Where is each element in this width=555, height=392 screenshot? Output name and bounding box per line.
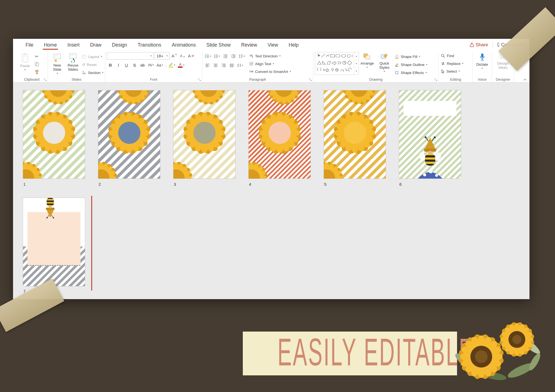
align-center-button[interactable] <box>212 62 219 69</box>
font-color-button[interactable]: A ▾ <box>177 62 185 68</box>
clear-formatting-button[interactable]: A <box>187 52 195 59</box>
justify-button[interactable] <box>228 62 235 69</box>
sunflower-icon <box>33 111 75 154</box>
replace-button[interactable]: Replace▾ <box>440 60 464 67</box>
reuse-slides-button[interactable]: Reuse Slides <box>65 52 80 72</box>
font-dialog-launcher[interactable] <box>198 78 201 81</box>
hanging-bee-gnome-graphic <box>39 198 61 218</box>
slide-thumbnail-3[interactable] <box>173 90 236 179</box>
paste-button[interactable]: Paste ▾ <box>17 52 32 71</box>
decrease-font-size-button[interactable]: A▼ <box>179 52 186 59</box>
character-spacing-button[interactable]: AV▾ <box>147 62 155 68</box>
gallery-scroll[interactable]: ▴ ▾ ▾ <box>354 52 359 75</box>
font-size-select[interactable]: 18+ ▾ <box>155 52 170 60</box>
outdent-icon <box>223 54 228 58</box>
cut-button[interactable]: ✂ <box>33 53 40 60</box>
menu-tab-file[interactable]: File <box>20 39 39 51</box>
search-icon <box>441 54 445 58</box>
change-case-button[interactable]: Aa▾ <box>156 62 164 68</box>
numbered-list-icon <box>214 54 218 58</box>
reset-icon: ↺ <box>82 62 85 67</box>
dropdown-icon: ▾ <box>419 55 420 58</box>
align-text-icon <box>249 62 253 66</box>
line-spacing-button[interactable]: ▾ <box>238 53 246 60</box>
underline-button[interactable]: U <box>123 62 130 68</box>
align-left-button[interactable] <box>204 62 211 69</box>
increase-font-size-button[interactable]: A▲ <box>171 52 178 59</box>
menu-tab-animations[interactable]: Animations <box>167 39 201 51</box>
slide-thumbnail-1[interactable] <box>23 90 85 179</box>
text-direction-button[interactable]: Text Direction▾ <box>249 52 291 60</box>
slide-thumbnail-7[interactable] <box>23 198 85 286</box>
menu-tab-transitions[interactable]: Transitions <box>132 39 167 51</box>
shapes-gallery[interactable]: ▴ ▾ ▾ <box>315 52 359 75</box>
align-left-icon <box>205 63 210 67</box>
strikethrough-button[interactable]: ab <box>139 62 146 68</box>
slide-thumbnail-2[interactable] <box>98 90 160 179</box>
gallery-down-icon[interactable]: ▾ <box>354 60 359 67</box>
shape-effects-button[interactable]: Shape Effects▾ <box>394 69 428 76</box>
increase-indent-button[interactable] <box>230 53 237 60</box>
copy-icon <box>35 62 39 67</box>
menu-tab-home[interactable]: Home <box>39 39 62 51</box>
banner-text: EASILY EDITABLE! <box>278 333 433 371</box>
section-button[interactable]: Section▾ <box>81 69 104 76</box>
highlight-color-button[interactable]: ▾ <box>168 62 176 68</box>
select-button[interactable]: Select▾ <box>440 68 460 75</box>
clipboard-dialog-launcher[interactable] <box>44 78 47 81</box>
bullets-button[interactable]: ▾ <box>204 53 212 60</box>
dictate-button[interactable]: Dictate ▾ <box>475 52 490 70</box>
quick-styles-button[interactable]: Quick Styles ▾ <box>375 52 393 73</box>
text-shadow-button[interactable]: S <box>131 62 138 68</box>
highlight-color-bar <box>169 67 173 68</box>
convert-to-smartart-button[interactable]: Convert to SmartArt▾ <box>249 68 291 75</box>
layout-button[interactable]: Layout▾ <box>81 53 104 60</box>
menu-tab-draw[interactable]: Draw <box>85 39 107 51</box>
slide-thumbnail-4[interactable] <box>248 90 311 179</box>
slide-number: 1 <box>23 182 26 187</box>
shape-outline-button[interactable]: Shape Outline▾ <box>394 61 428 68</box>
indent-icon <box>231 54 236 58</box>
slide-sorter-area: 1 2 3 4 <box>13 83 529 299</box>
slide-canvas <box>173 90 235 179</box>
reset-button[interactable]: ↺ Reset <box>81 61 104 68</box>
menu-tab-help[interactable]: Help <box>283 39 304 51</box>
slide-thumbnail-5[interactable] <box>324 90 386 179</box>
align-text-button[interactable]: Align Text▾ <box>249 60 291 67</box>
paragraph-group: ▾ ▾ <box>202 52 313 82</box>
align-right-button[interactable] <box>220 62 227 69</box>
gallery-up-icon[interactable]: ▴ <box>354 52 359 60</box>
menu-tab-design[interactable]: Design <box>107 39 132 51</box>
columns-button[interactable]: ▾ <box>236 62 244 69</box>
bold-button[interactable]: B <box>107 62 114 68</box>
paragraph-dialog-launcher[interactable] <box>309 78 312 81</box>
menu-tab-review[interactable]: Review <box>236 39 262 51</box>
arrow-down-icon: ▼ <box>183 56 185 58</box>
dropdown-icon: ▾ <box>426 63 427 66</box>
share-button[interactable]: Share <box>470 42 488 48</box>
numbering-button[interactable]: ▾ <box>213 53 221 60</box>
font-name-select[interactable]: ▾ <box>107 52 153 60</box>
shape-outline-icon <box>395 62 399 67</box>
copy-button[interactable] <box>33 61 40 68</box>
gallery-more-icon[interactable]: ▾ <box>354 67 359 75</box>
find-button[interactable]: Find <box>440 52 455 59</box>
slide-canvas <box>98 90 160 179</box>
drawing-dialog-launcher[interactable] <box>435 78 437 81</box>
shape-fill-button[interactable]: Shape Fill▾ <box>394 53 428 60</box>
shape-effects-icon <box>395 70 399 75</box>
italic-button[interactable]: I <box>115 62 122 68</box>
decrease-indent-button[interactable] <box>222 53 229 60</box>
slide-thumbnail-6[interactable] <box>399 90 461 179</box>
format-painter-button[interactable] <box>33 68 40 75</box>
menu-tab-insert[interactable]: Insert <box>62 39 85 51</box>
new-slide-button[interactable]: New Slide ▾ <box>50 52 65 75</box>
highlighter-icon <box>169 62 173 66</box>
arrange-button[interactable]: Arrange ▾ <box>360 52 375 68</box>
menu-tab-slide-show[interactable]: Slide Show <box>201 39 236 51</box>
dropdown-icon: ▾ <box>150 55 152 57</box>
menu-tab-view[interactable]: View <box>262 39 283 51</box>
collapse-ribbon-button[interactable] <box>523 79 527 81</box>
dropdown-icon: ▾ <box>174 64 175 66</box>
slide-canvas <box>399 90 461 179</box>
